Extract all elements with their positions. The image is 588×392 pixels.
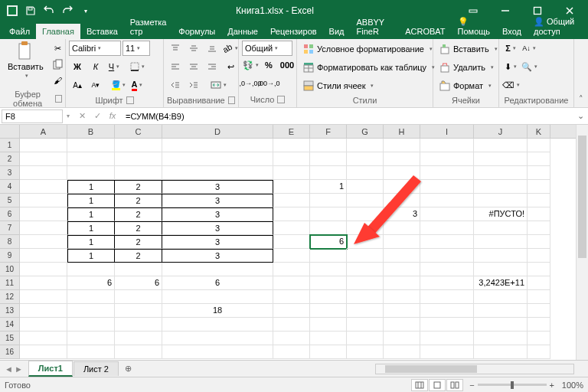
cell-H3[interactable] [384,166,420,180]
cell-K8[interactable] [528,235,550,249]
find-button[interactable]: 🔍▾ [521,59,537,74]
cell-A6[interactable] [20,207,67,221]
row-header-16[interactable]: 16 [0,345,20,359]
cell-H16[interactable] [384,345,420,359]
row-header-10[interactable]: 10 [0,263,20,276]
fill-button[interactable]: ⬇▾ [502,59,519,74]
cell-H5[interactable] [384,194,420,207]
cell-K2[interactable] [528,152,550,166]
cell-G12[interactable] [347,290,384,304]
select-all-corner[interactable] [0,125,20,138]
cell-E10[interactable] [273,263,310,276]
paste-button[interactable]: Вставить ▾ [3,41,48,80]
column-header-C[interactable]: C [115,125,162,138]
row-header-5[interactable]: 5 [0,194,20,207]
cell-K13[interactable] [528,304,550,318]
tab-view[interactable]: Вид [323,24,351,39]
cell-K14[interactable] [528,318,550,332]
column-header-I[interactable]: I [420,125,474,138]
percent-button[interactable]: % [260,57,277,73]
cell-I1[interactable] [420,139,474,152]
tab-signin[interactable]: Вход [496,24,528,39]
cell-H14[interactable] [384,318,420,332]
increase-decimal-button[interactable]: ,0→,00 [242,76,259,91]
cell-E1[interactable] [273,139,310,152]
cell-H6[interactable]: 3 [384,207,420,221]
underline-button[interactable]: Ч▾ [106,59,122,74]
font-name-dropdown[interactable]: Calibri▾ [69,41,121,56]
cell-A13[interactable] [20,304,67,318]
cell-D1[interactable] [162,139,273,152]
cell-B8[interactable]: 1 [67,235,115,249]
cell-I13[interactable] [420,304,474,318]
cell-E12[interactable] [273,290,310,304]
cell-A14[interactable] [20,318,67,332]
row-header-11[interactable]: 11 [0,276,20,290]
row-header-3[interactable]: 3 [0,166,20,180]
cell-D13[interactable]: 18 [162,304,273,318]
sheet-nav-next[interactable]: ► [15,364,23,374]
cell-F8[interactable]: 6 [310,235,347,249]
cell-E8[interactable] [273,235,310,249]
cell-D15[interactable] [162,332,273,345]
tab-abbyy[interactable]: ABBYY FineR [351,15,400,39]
page-break-view-button[interactable] [446,379,463,391]
tab-layout[interactable]: Разметка стр [124,15,173,39]
cell-E2[interactable] [273,152,310,166]
cell-E3[interactable] [273,166,310,180]
cell-E6[interactable] [273,207,310,221]
zoom-slider[interactable] [478,384,547,386]
cell-G8[interactable] [347,235,384,249]
cell-H7[interactable] [384,221,420,235]
cell-I2[interactable] [420,152,474,166]
cell-K7[interactable] [528,221,550,235]
cell-B4[interactable]: 1 [67,180,115,194]
cell-C4[interactable]: 2 [115,180,162,194]
horizontal-scrollbar[interactable] [375,364,574,374]
cell-C11[interactable]: 6 [115,276,162,290]
cell-G15[interactable] [347,332,384,345]
cell-E9[interactable] [273,249,310,263]
cell-G11[interactable] [347,276,384,290]
cell-H11[interactable] [384,276,420,290]
cell-C10[interactable] [115,263,162,276]
cell-F7[interactable] [310,221,347,235]
qat-customize-icon[interactable]: ▾ [80,5,92,17]
cell-A7[interactable] [20,221,67,235]
cell-G5[interactable] [347,194,384,207]
undo-icon[interactable] [43,5,55,17]
comma-button[interactable]: 000 [279,57,296,73]
cell-F14[interactable] [310,318,347,332]
cell-styles-button[interactable]: Стили ячеек▾ [300,77,377,94]
row-header-14[interactable]: 14 [0,318,20,332]
cell-C9[interactable]: 2 [115,249,162,263]
cell-K1[interactable] [528,139,550,152]
border-button[interactable]: ▾ [129,59,145,74]
sort-filter-button[interactable]: A↓▾ [521,41,537,56]
cell-A4[interactable] [20,180,67,194]
column-header-E[interactable]: E [273,125,310,138]
italic-button[interactable]: К [87,59,104,74]
cell-E16[interactable] [273,345,310,359]
cell-D5[interactable]: 3 [162,194,273,207]
conditional-formatting-button[interactable]: Условное форматирование▾ [300,41,436,57]
cell-A10[interactable] [20,263,67,276]
cell-A2[interactable] [20,152,67,166]
font-dialog-launcher[interactable] [126,96,134,104]
normal-view-button[interactable] [411,379,428,391]
cell-J7[interactable] [474,221,528,235]
cell-G10[interactable] [347,263,384,276]
expand-formula-bar-button[interactable]: ⌄ [573,111,588,121]
cell-F11[interactable] [310,276,347,290]
cell-C16[interactable] [115,345,162,359]
cell-J13[interactable] [474,304,528,318]
cell-D4[interactable]: 3 [162,180,273,194]
column-header-B[interactable]: B [67,125,115,138]
cell-K6[interactable] [528,207,550,221]
cell-E11[interactable] [273,276,310,290]
cell-D16[interactable] [162,345,273,359]
cell-A15[interactable] [20,332,67,345]
cell-F2[interactable] [310,152,347,166]
cell-K10[interactable] [528,263,550,276]
cell-B11[interactable]: 6 [67,276,115,290]
